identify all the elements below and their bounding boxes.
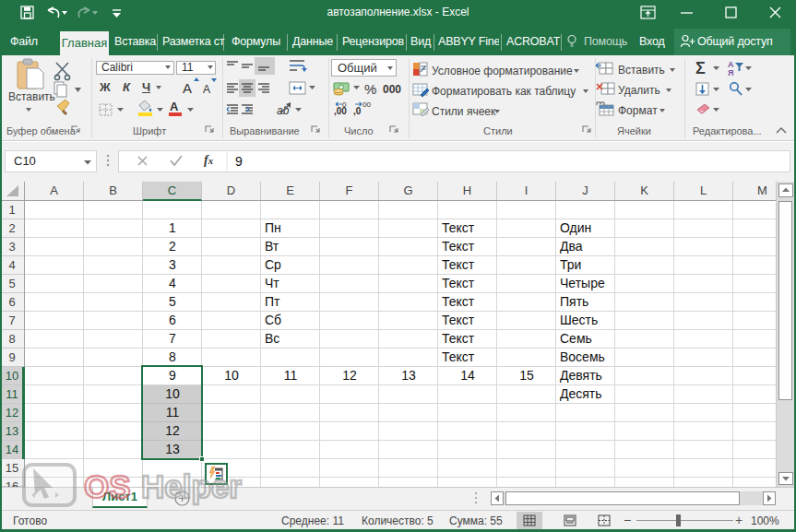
svg-text:А: А bbox=[183, 80, 192, 96]
svg-text:А: А bbox=[203, 83, 210, 96]
svg-text:0: 0 bbox=[342, 100, 347, 109]
svg-text:Helper: Helper bbox=[141, 468, 242, 504]
svg-text:Я: Я bbox=[728, 68, 733, 77]
svg-text:А: А bbox=[170, 100, 179, 113]
svg-text:Σ: Σ bbox=[695, 59, 706, 77]
svg-text:OS: OS bbox=[84, 468, 131, 504]
svg-text:,0: ,0 bbox=[353, 106, 362, 116]
svg-text:00: 00 bbox=[362, 100, 371, 109]
